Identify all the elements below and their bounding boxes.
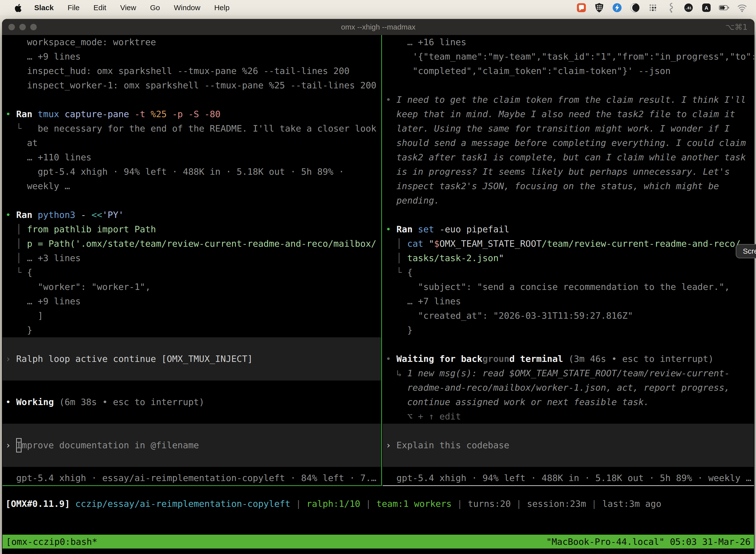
chat-app-icon[interactable] [576, 2, 587, 13]
terminal-line: … +7 lines [383, 294, 754, 309]
terminal-line: weekly … [2, 179, 381, 193]
terminal-line [383, 337, 754, 352]
terminal-line: "subject": "send a concise recommendatio… [383, 280, 754, 294]
keyboard-a-icon[interactable]: A [701, 2, 712, 13]
terminal-line: pending. [383, 193, 754, 208]
terminal-line: • Ran tmux capture-pane -t %25 -p -S -80 [2, 107, 381, 121]
terminal-line: │ … +3 lines [2, 251, 381, 265]
window-shortcut-badge: ⌥⌘1 [726, 19, 748, 35]
dots-grid-icon[interactable] [647, 2, 658, 13]
blue-badge-icon[interactable] [612, 2, 623, 13]
terminal-line: "worker": "worker-1", [2, 280, 381, 294]
crescent-app-icon[interactable] [630, 2, 640, 13]
badge-61-icon[interactable]: ..61 [683, 2, 694, 13]
left-agent-pane[interactable]: workspace_mode: worktree … +9 lines insp… [2, 35, 381, 486]
menu-item-go[interactable]: Go [150, 3, 160, 12]
right-worker-pane[interactable]: … +16 lines '{"team_name":"my-team","tas… [383, 35, 754, 486]
terminal-line: "completed","claim_token":"claim-token"}… [383, 64, 754, 78]
terminal-line: gpt-5.4 xhigh · 94% left · 488K in · 5.1… [383, 471, 754, 485]
apple-menu-icon[interactable] [14, 3, 23, 13]
window-title-bar[interactable]: omx --xhigh --madmax ⌥⌘1 [2, 19, 755, 35]
menu-item-view[interactable]: View [120, 3, 136, 12]
terminal-line: │ from pathlib import Path [2, 222, 381, 236]
svg-text:..61: ..61 [686, 6, 692, 10]
battery-charging-icon[interactable] [719, 2, 730, 13]
active-app-name[interactable]: Slack [34, 3, 54, 12]
terminal-line [2, 381, 381, 395]
menu-item-window[interactable]: Window [174, 3, 200, 12]
terminal-line: } [383, 323, 754, 337]
right-session-statusline: gpt-5.4 xhigh · 94% left · 488K in · 5.1… [383, 471, 754, 485]
left-pane-log: workspace_mode: worktree … +9 lines insp… [2, 35, 381, 337]
terminal-line: at [2, 136, 381, 150]
left-prompt-input[interactable]: › Improve documentation in @filename [2, 424, 381, 467]
tmux-status-bar[interactable]: [omx-cczip0:bash* "MacBook-Pro-44.local"… [2, 535, 754, 549]
terminal-line: workspace_mode: worktree [2, 35, 381, 49]
terminal-line: … +16 lines [383, 35, 754, 49]
terminal-line: • I need to get the claim token from the… [383, 93, 754, 107]
terminal-line: • Working (6m 38s • esc to interrupt) [2, 395, 381, 409]
menu-item-help[interactable]: Help [214, 3, 230, 12]
terminal-line: "created_at": "2026-03-31T11:59:27.816Z" [383, 309, 754, 323]
tmux-host-and-clock: "MacBook-Pro-44.local" 05:03 31-Mar-26 [546, 537, 751, 547]
left-ralph-banner: › Ralph loop active continue [OMX_TMUX_I… [2, 337, 381, 381]
terminal-line: › Improve documentation in @filename [2, 438, 381, 452]
menu-item-file[interactable]: File [67, 3, 79, 12]
terminal-line: › Ralph loop active continue [OMX_TMUX_I… [2, 352, 381, 366]
terminal-line: └ be necessary for the end of the README… [2, 121, 381, 136]
terminal-line: • Ran python3 - <<'PY' [2, 208, 381, 222]
terminal-line: should send a message before completing … [383, 136, 754, 150]
screenshot-tooltip: Scre [736, 244, 756, 258]
wifi-icon[interactable] [737, 2, 748, 13]
terminal-line: ↳ 1 new msg(s): read $OMX_TEAM_STATE_ROO… [383, 366, 754, 381]
squiggle-icon[interactable] [665, 2, 676, 13]
terminal-line: inspect task2's JSON, focusing on the st… [383, 179, 754, 193]
terminal-line [2, 93, 381, 107]
terminal-line: ] [2, 309, 381, 323]
left-working-status: • Working (6m 38s • esc to interrupt) [2, 381, 381, 424]
terminal-line: } [2, 323, 381, 337]
terminal-line [2, 193, 381, 208]
terminal-line: ⌥ + ↑ edit [383, 409, 754, 424]
menu-item-edit[interactable]: Edit [93, 3, 107, 12]
terminal-line: is in progress? It seems likely but perh… [383, 165, 754, 179]
terminal-line: '{"team_name":"my-team","task_id":"1","f… [383, 49, 754, 64]
macos-menu-bar: Slack File Edit View Go Window Help ..61… [0, 0, 756, 15]
terminal-line [2, 409, 381, 424]
terminal-line: › Explain this codebase [383, 438, 754, 452]
terminal-line: • Ran set -euo pipefail [383, 222, 754, 236]
terminal-line: … +9 lines [2, 294, 381, 309]
terminal-window[interactable]: omx --xhigh --madmax ⌥⌘1 workspace_mode:… [2, 19, 755, 554]
shield-grid-icon[interactable] [594, 2, 605, 13]
terminal-line: keep that in mind. Maybe I also need the… [383, 107, 754, 121]
terminal-line: later. Using the same for transition mig… [383, 121, 754, 136]
terminal-line: readme-and-reco/mailbox/worker-1.json, a… [383, 381, 754, 395]
terminal-line: └ { [2, 265, 381, 280]
terminal-line: └ { [383, 265, 754, 280]
terminal-line: • Waiting for background terminal (3m 46… [383, 352, 754, 366]
terminal-line: inspect_worker-1: omx sparkshell --tmux-… [2, 78, 381, 93]
terminal-line: │ p = Path('.omx/state/team/review-curre… [2, 236, 381, 251]
terminal-line: gpt-5.4 xhigh · essay/ai-reimplementatio… [2, 471, 381, 485]
terminal-line: … +110 lines [2, 150, 381, 165]
right-prompt-input[interactable]: › Explain this codebase [383, 424, 754, 467]
svg-text:A: A [704, 5, 708, 11]
omx-hud-pane: [OMX#0.11.9] cczip/essay/ai-reimplementa… [2, 487, 754, 534]
terminal-line: [OMX#0.11.9] cczip/essay/ai-reimplementa… [2, 497, 754, 511]
terminal-line: continue assigned work or next feasible … [383, 395, 754, 409]
tmux-pane-divider[interactable] [381, 35, 382, 486]
right-pane-log: … +16 lines '{"team_name":"my-team","tas… [383, 35, 754, 424]
terminal-line: │ cat "$OMX_TEAM_STATE_ROOT/team/review-… [383, 236, 754, 251]
window-title: omx --xhigh --madmax [2, 19, 755, 35]
terminal-line: │ tasks/task-2.json" [383, 251, 754, 265]
terminal-line: inspect_hud: omx sparkshell --tmux-pane … [2, 64, 381, 78]
terminal-line [383, 78, 754, 93]
terminal-line: task2 after task1 is complete, but can I… [383, 150, 754, 165]
left-session-statusline: gpt-5.4 xhigh · essay/ai-reimplementatio… [2, 471, 381, 485]
terminal-line: gpt-5.4 xhigh · 94% left · 488K in · 5.1… [2, 165, 381, 179]
terminal-line: … +9 lines [2, 49, 381, 64]
menu-status-icons: ..61 A [576, 0, 748, 15]
tmux-session-name: [omx-cczip0:bash* [6, 537, 97, 547]
terminal-line [383, 208, 754, 222]
